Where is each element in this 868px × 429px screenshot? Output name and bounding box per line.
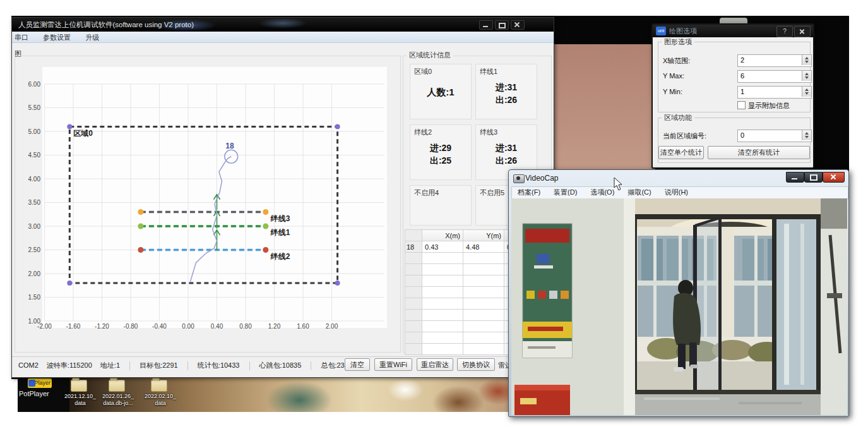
radar-window-titlebar[interactable]: 人员监测雷达上位机调试软件(software using V2 proto) xyxy=(12,18,554,32)
svg-text:-0.80: -0.80 xyxy=(124,323,138,330)
status-baud-rate: 波特率:115200 xyxy=(47,361,92,369)
spinner-icon[interactable] xyxy=(802,55,811,65)
svg-text:4.00: 4.00 xyxy=(28,176,41,183)
close-icon[interactable] xyxy=(511,20,525,30)
divider xyxy=(311,361,311,370)
current-region-input[interactable]: 0 xyxy=(737,130,812,142)
close-icon[interactable] xyxy=(823,172,845,183)
camera-video-frame xyxy=(511,198,847,415)
videocap-title: VideoCap xyxy=(525,170,559,186)
screen: Player PotPlayer 2021.12.10_ data 2022.0… xyxy=(0,0,868,429)
folder-label[interactable]: 2022.02.10_ data xyxy=(140,393,181,407)
current-region-value: 0 xyxy=(740,131,744,139)
folder-label-line: 2021.12.10_ xyxy=(60,393,100,400)
svg-text:3.00: 3.00 xyxy=(28,223,41,230)
stats-cell-label: 不启用4 xyxy=(414,188,439,198)
folder-label[interactable]: 2021.12.10_ data xyxy=(60,393,100,407)
status-address: 地址:1 xyxy=(100,361,120,369)
folder-label[interactable]: 2022.01.26_ data.db-jo... xyxy=(98,393,138,407)
cell-id: 18 xyxy=(405,241,422,253)
svg-text:5.50: 5.50 xyxy=(28,104,41,111)
maximize-icon[interactable] xyxy=(804,172,823,183)
radar-plot: -2.00-1.60-1.20-0.80-0.400.000.400.801.2… xyxy=(26,61,392,332)
x-range-input[interactable]: 2 xyxy=(737,54,812,67)
menu-help[interactable]: 说明(H) xyxy=(659,187,694,198)
videocap-window: VideoCap 档案(F) 装置(D) 选项(O) 撷取(C) 说明(H) xyxy=(508,169,849,417)
stats-panel-title: 区域统计信息 xyxy=(407,51,453,59)
folder-icon[interactable] xyxy=(109,380,125,392)
menu-file[interactable]: 档案(F) xyxy=(512,187,546,198)
stats-value: 进:29 xyxy=(410,142,471,154)
radar-menubar: 串口 参数设置 升级 xyxy=(12,32,554,43)
uni-app-icon: uni xyxy=(656,27,666,35)
svg-text:1.20: 1.20 xyxy=(268,323,281,330)
menu-serial-port[interactable]: 串口 xyxy=(12,32,35,43)
svg-text:3.50: 3.50 xyxy=(28,199,41,206)
folder-label-line: 2022.01.26_ xyxy=(98,393,138,400)
svg-text:绊线3: 绊线3 xyxy=(270,214,290,223)
folder-icon[interactable] xyxy=(151,380,167,392)
stats-value: 出:25 xyxy=(410,154,471,167)
graph-options-label: 图形选项 xyxy=(662,38,694,46)
stats-cell-tripline2: 绊线2 进:29出:25 xyxy=(410,124,472,180)
stats-cell-tripline1: 绊线1 进:31出:26 xyxy=(475,64,537,119)
show-extra-info-checkbox[interactable] xyxy=(737,101,746,109)
y-min-input[interactable]: 1 xyxy=(737,86,812,99)
spinner-icon[interactable] xyxy=(802,71,811,81)
folder-label-line: data xyxy=(60,400,100,407)
svg-text:绊线2: 绊线2 xyxy=(270,252,290,261)
spinner-icon[interactable] xyxy=(802,87,811,97)
svg-text:6.00: 6.00 xyxy=(28,81,41,88)
stats-cell-region0: 区域0 人数:1 xyxy=(410,64,472,119)
switch-protocol-button[interactable]: 切换协议 xyxy=(457,358,495,371)
current-region-label: 当前区域编号: xyxy=(663,131,706,141)
svg-text:-0.40: -0.40 xyxy=(152,323,167,330)
desktop-wallpaper-band xyxy=(554,44,655,177)
help-button[interactable]: ? xyxy=(776,26,793,37)
potplayer-label: PotPlayer xyxy=(19,390,49,397)
cell-x: 0.43 xyxy=(422,241,463,253)
stats-cell-label: 不启用5 xyxy=(480,188,504,198)
close-icon[interactable] xyxy=(794,26,811,37)
restart-radar-button[interactable]: 重启雷达 xyxy=(417,358,453,371)
minimize-icon[interactable] xyxy=(479,20,493,30)
stats-cell-label: 绊线3 xyxy=(480,128,497,137)
stats-cell-label: 区域0 xyxy=(414,67,432,76)
status-com-port: COM2 xyxy=(18,361,39,369)
spinner-icon[interactable] xyxy=(802,130,811,140)
svg-text:2.50: 2.50 xyxy=(28,246,41,253)
radar-software-window: 人员监测雷达上位机调试软件(software using V2 proto) 串… xyxy=(11,17,554,378)
menu-upgrade[interactable]: 升级 xyxy=(79,32,105,43)
col-id xyxy=(405,230,422,241)
stats-value: 出:26 xyxy=(476,154,537,167)
svg-text:4.50: 4.50 xyxy=(28,152,41,159)
clear-all-stats-button[interactable]: 清空所有统计 xyxy=(708,146,810,159)
clear-button[interactable]: 清空 xyxy=(345,358,370,371)
stats-value: 进:31 xyxy=(476,142,537,154)
clear-single-stat-button[interactable]: 清空单个统计 xyxy=(658,146,704,159)
svg-text:0.00: 0.00 xyxy=(182,323,194,330)
mouse-cursor-icon xyxy=(614,178,624,191)
menu-parameter-settings[interactable]: 参数设置 xyxy=(37,32,77,43)
menu-device[interactable]: 装置(D) xyxy=(548,187,583,198)
videocap-menubar: 档案(F) 装置(D) 选项(O) 撷取(C) 说明(H) xyxy=(511,186,848,199)
folder-icon[interactable] xyxy=(71,380,87,392)
col-y: Y(m) xyxy=(463,230,504,241)
potplayer-icon[interactable]: Player xyxy=(28,378,52,388)
show-extra-info-label: 显示附加信息 xyxy=(748,101,790,111)
col-x: X(m) xyxy=(422,230,463,241)
folder-label-line: 2022.02.10_ xyxy=(140,393,181,400)
divider xyxy=(187,361,188,370)
y-max-value: 6 xyxy=(740,72,744,80)
svg-text:1.00: 1.00 xyxy=(28,318,41,325)
menu-capture[interactable]: 撷取(C) xyxy=(622,187,657,198)
svg-text:1.50: 1.50 xyxy=(28,294,41,301)
minimize-icon[interactable] xyxy=(786,172,804,183)
svg-text:0.80: 0.80 xyxy=(239,323,252,330)
reset-wifi-button[interactable]: 重置WiFi xyxy=(374,358,412,371)
svg-text:2.00: 2.00 xyxy=(28,270,41,277)
svg-text:0.40: 0.40 xyxy=(211,323,223,330)
plot-options-dialog: uni 绘图选项 ? 图形选项 X轴范围: 2 Y Max: 6 Y Min: … xyxy=(651,23,814,169)
y-max-input[interactable]: 6 xyxy=(737,70,812,83)
maximize-icon[interactable] xyxy=(495,20,509,30)
